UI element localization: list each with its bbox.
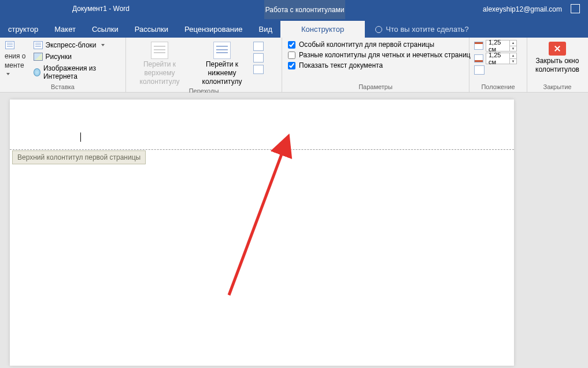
text-cursor xyxy=(80,133,81,142)
pictures-button[interactable]: Рисунки xyxy=(31,51,123,62)
spin-up-icon[interactable]: ▲ xyxy=(510,41,516,46)
doc-icon xyxy=(5,41,14,49)
goto-header-icon xyxy=(151,42,168,59)
goto-header-button: Перейти к верхнемуколонтитулу xyxy=(128,39,191,86)
link-previous-icon[interactable] xyxy=(253,65,264,74)
bulb-icon xyxy=(375,26,382,33)
group-label-position: Положение xyxy=(472,82,524,92)
chevron-down-icon xyxy=(6,73,10,75)
doc-info-button-cut[interactable] xyxy=(2,39,28,51)
cutoff-label-1: ения о xyxy=(5,52,26,60)
spin-down-icon[interactable]: ▼ xyxy=(510,46,516,51)
different-first-page-row[interactable]: Особый колонтитул для первой страницы xyxy=(284,39,474,50)
ribbon-tabs: структор Макет Ссылки Рассылки Рецензиро… xyxy=(0,19,588,38)
tab-hf-designer[interactable]: Конструктор xyxy=(280,21,365,38)
ribbon-group-close: Закрыть окноколонтитулов Закрытие xyxy=(527,38,587,92)
group-label-close: Закрытие xyxy=(530,82,585,92)
document-area: Верхний колонтитул первой страницы xyxy=(0,93,588,368)
ribbon-group-options: Особый колонтитул для первой страницы Ра… xyxy=(282,38,469,92)
footer-from-bottom-input[interactable]: 1,25 см ▲▼ xyxy=(486,53,517,64)
footer-from-bottom-icon xyxy=(474,54,483,62)
close-icon xyxy=(549,42,566,56)
different-odd-even-row[interactable]: Разные колонтитулы для четных и нечетных… xyxy=(284,50,474,60)
header-from-top-input[interactable]: 1,25 см ▲▼ xyxy=(486,40,517,51)
checkbox-odd-even[interactable] xyxy=(288,51,295,59)
show-document-text-row[interactable]: Показать текст документа xyxy=(284,60,474,71)
picture-icon xyxy=(34,53,43,61)
globe-icon xyxy=(34,68,40,76)
next-section-icon[interactable] xyxy=(253,53,264,62)
ribbon-group-navigation: Перейти к верхнемуколонтитулу Перейти к … xyxy=(126,38,282,92)
header-boundary-line xyxy=(10,149,514,150)
ribbon-group-position: 1,25 см ▲▼ 1,25 см ▲▼ Положение xyxy=(469,38,527,92)
contextual-tab-title: Работа с колонтитулами xyxy=(264,0,345,19)
tab-layout[interactable]: Макет xyxy=(46,21,84,38)
quick-parts-button[interactable]: Экспресс-блоки xyxy=(31,39,123,51)
user-email[interactable]: alexeyship12@gmail.com xyxy=(483,5,562,13)
header-section-tag: Верхний колонтитул первой страницы xyxy=(12,150,146,164)
tab-view[interactable]: Вид xyxy=(250,21,280,38)
spin-up-icon[interactable]: ▲ xyxy=(510,53,516,59)
cutoff-label-2: менте xyxy=(5,61,24,69)
tell-me[interactable]: Что вы хотите сделать? xyxy=(369,21,475,38)
goto-footer-icon xyxy=(213,42,231,59)
checkbox-first-page[interactable] xyxy=(288,41,295,49)
ribbon-group-insert: ения о менте Экспресс-блоки Рисунки Изоб… xyxy=(0,38,126,92)
spin-down-icon[interactable]: ▼ xyxy=(510,59,516,64)
tab-mailings[interactable]: Рассылки xyxy=(127,21,176,38)
insert-alignment-tab-icon[interactable] xyxy=(474,65,485,75)
checkbox-show-text[interactable] xyxy=(288,62,295,69)
ribbon-display-options-icon[interactable] xyxy=(571,4,580,13)
tab-constructor-cut[interactable]: структор xyxy=(0,21,46,38)
online-pictures-button[interactable]: Изображения из Интернета xyxy=(31,62,123,82)
ribbon: ения о менте Экспресс-блоки Рисунки Изоб… xyxy=(0,38,588,93)
tab-references[interactable]: Ссылки xyxy=(84,21,127,38)
page[interactable]: Верхний колонтитул первой страницы xyxy=(10,100,514,366)
window-title: Документ1 - Word xyxy=(72,5,130,13)
header-edit-area[interactable] xyxy=(10,100,514,150)
group-label-insert: Вставка xyxy=(2,82,123,92)
chevron-down-icon xyxy=(101,44,105,46)
group-label-options: Параметры xyxy=(284,82,467,92)
tell-me-placeholder: Что вы хотите сделать? xyxy=(386,25,469,34)
prev-section-icon[interactable] xyxy=(253,42,264,51)
tab-review[interactable]: Рецензирование xyxy=(176,21,250,38)
close-header-footer-button[interactable]: Закрыть окноколонтитулов xyxy=(530,39,585,74)
header-from-top-icon xyxy=(474,42,483,50)
goto-footer-button[interactable]: Перейти к нижнемуколонтитулу xyxy=(191,39,253,86)
blocks-icon xyxy=(34,41,43,49)
title-bar: Документ1 - Word Работа с колонтитулами … xyxy=(0,0,588,19)
